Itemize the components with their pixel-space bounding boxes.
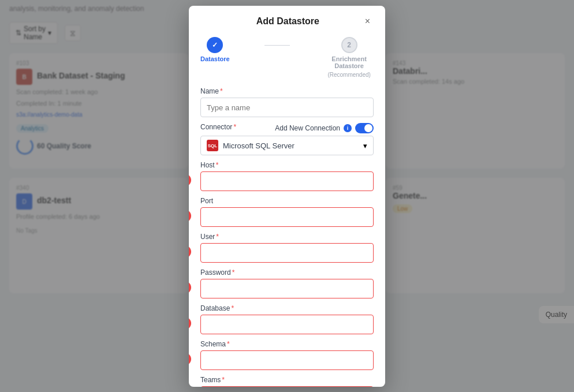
- schema-input[interactable]: [200, 350, 374, 370]
- info-icon: i: [344, 124, 352, 132]
- modal-body: Name * Connector * Add New Connection i: [189, 87, 385, 387]
- modal-overlay: Add Datastore × ✓ Datastore 2 Enrichment…: [0, 0, 574, 392]
- step-2-label: Enrichment Datastore: [325, 55, 374, 69]
- user-input[interactable]: [200, 243, 374, 263]
- user-field-group: 3 User *: [200, 233, 374, 263]
- step-2-sublabel: (Recommended): [327, 72, 370, 78]
- teams-label: Teams *: [200, 376, 374, 384]
- step-num-3: 3: [189, 245, 191, 258]
- host-label: Host *: [200, 161, 374, 169]
- step-2: 2 Enrichment Datastore (Recommended): [325, 37, 374, 78]
- close-button[interactable]: ×: [361, 15, 374, 28]
- step-num-6: 6: [189, 353, 191, 365]
- port-input[interactable]: [200, 207, 374, 227]
- step-num-1: 1: [189, 174, 191, 186]
- step-num-2: 2: [189, 210, 191, 222]
- chevron-down-icon: ▾: [363, 141, 367, 150]
- port-label: Port: [200, 197, 374, 205]
- name-input[interactable]: [200, 98, 374, 117]
- step-num-5: 5: [189, 317, 191, 330]
- step-2-circle: 2: [341, 37, 357, 53]
- connector-select-left: SQL Microsoft SQL Server: [207, 140, 295, 151]
- user-label: User *: [200, 233, 374, 241]
- step-1-label: Datastore: [200, 55, 230, 62]
- name-label: Name *: [200, 87, 374, 95]
- host-input[interactable]: [200, 171, 374, 191]
- step-num-4: 4: [189, 281, 191, 294]
- connector-field-group: Connector * Add New Connection i SQL Mic…: [200, 123, 374, 155]
- modal-header: Add Datastore ×: [189, 6, 385, 32]
- add-connection-row: Add New Connection i: [275, 123, 374, 133]
- stepper: ✓ Datastore 2 Enrichment Datastore (Reco…: [189, 32, 385, 87]
- schema-field-group: 6 Schema *: [200, 340, 374, 370]
- sql-icon: SQL: [207, 140, 218, 151]
- toggle-switch[interactable]: [355, 123, 374, 133]
- connector-select[interactable]: SQL Microsoft SQL Server ▾: [200, 136, 374, 155]
- step-1-circle: ✓: [207, 37, 223, 53]
- database-field-group: 5 Database *: [200, 304, 374, 334]
- password-field-group: 4 Password *: [200, 268, 374, 298]
- name-field-group: Name *: [200, 87, 374, 117]
- schema-label: Schema *: [200, 340, 374, 348]
- host-field-group: 1 Host *: [200, 161, 374, 191]
- password-label: Password *: [200, 268, 374, 277]
- database-input[interactable]: [200, 315, 374, 334]
- port-field-group: 2 Port: [200, 197, 374, 227]
- connector-label: Connector *: [200, 123, 236, 131]
- step-connector: [264, 45, 290, 46]
- database-label: Database *: [200, 304, 374, 312]
- teams-input-wrapper[interactable]: Public ⊗ ▾: [200, 386, 374, 387]
- add-datastore-modal: Add Datastore × ✓ Datastore 2 Enrichment…: [189, 6, 385, 387]
- teams-field-group: 7 Teams * Public ⊗ ▾: [200, 376, 374, 387]
- password-input[interactable]: [200, 279, 374, 298]
- step-1: ✓ Datastore: [200, 37, 230, 62]
- connector-row: Connector * Add New Connection i: [200, 123, 374, 133]
- modal-title: Add Datastore: [214, 16, 361, 27]
